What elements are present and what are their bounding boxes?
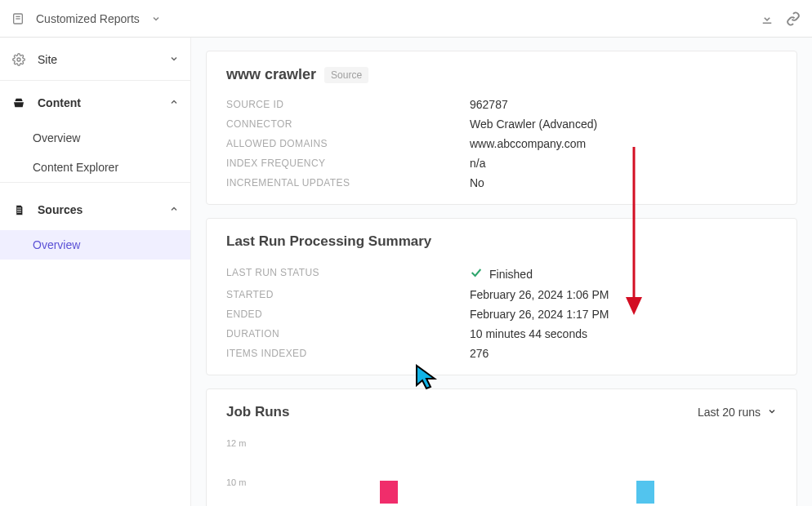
kv-value: February 26, 2024 1:17 PM [470,308,609,321]
topbar: Customized Reports [0,0,812,38]
kv-value: 10 minutes 44 seconds [470,327,587,340]
kv-label: Index Frequency [226,157,470,170]
check-icon [470,266,483,282]
job-runs-card: Job Runs Last 20 runs 12 m 10 m [206,388,797,506]
chevron-up-icon [169,95,179,110]
sidebar-label: Content [38,96,81,109]
kv-value: 276 [470,347,489,360]
kv-label: Started [226,288,470,301]
kv-started: Started February 26, 2024 1:06 PM [226,288,777,301]
sidebar-subitem-sources-overview[interactable]: Overview [0,230,190,260]
kv-label: Ended [226,308,470,321]
chart-bar-b [636,481,654,504]
kv-label: Source ID [226,98,470,111]
kv-value: 962787 [470,98,508,111]
kv-incremental-updates: Incremental Updates No [226,176,777,189]
download-icon[interactable] [760,11,774,26]
kv-label: Items Indexed [226,347,470,360]
svg-point-4 [17,58,20,61]
gear-icon [11,53,26,66]
source-badge: Source [324,67,368,83]
kv-index-frequency: Index Frequency n/a [226,157,777,170]
topbar-title: Customized Reports [36,12,140,25]
kv-connector: Connector Web Crawler (Advanced) [226,118,777,131]
kv-value: February 26, 2024 1:06 PM [470,288,609,301]
dropdown-label: Last 20 runs [698,406,761,419]
kv-items-indexed: Items Indexed 276 [226,347,777,360]
sidebar-label: Sources [38,203,83,216]
chevron-up-icon [169,202,179,217]
kv-duration: Duration 10 minutes 44 seconds [226,327,777,340]
chevron-down-icon [767,406,777,419]
chart-bar-a [380,481,398,504]
sidebar-label: Site [38,53,57,66]
kv-ended: Ended February 26, 2024 1:17 PM [226,308,777,321]
kv-label: Duration [226,327,470,340]
link-icon[interactable] [786,11,801,26]
job-runs-chart: 12 m 10 m [226,438,777,504]
sidebar-subitem-content-explorer[interactable]: Content Explorer [0,153,190,182]
sidebar-item-content[interactable]: Content [0,81,190,123]
kv-label: Allowed Domains [226,137,470,150]
last-run-title: Last Run Processing Summary [226,233,777,250]
kv-value: Web Crawler (Advanced) [470,118,597,131]
main-content: www crawler Source Source ID 962787 Conn… [191,38,812,506]
reports-icon [11,12,25,25]
sidebar-subitem-overview[interactable]: Overview [0,123,190,153]
kv-value: Finished [470,266,533,282]
last-run-card: Last Run Processing Summary Last Run Sta… [206,218,797,375]
job-runs-title: Job Runs [226,404,289,420]
sidebar-item-site[interactable]: Site [0,38,190,80]
kv-label: Connector [226,118,470,131]
source-title: www crawler [226,66,316,83]
kv-source-id: Source ID 962787 [226,98,777,111]
document-icon [11,204,26,216]
kv-label: Last Run Status [226,266,470,282]
kv-status: Last Run Status Finished [226,266,777,282]
runs-dropdown[interactable]: Last 20 runs [698,406,777,419]
sidebar-item-sources[interactable]: Sources [0,183,190,230]
y-tick-10: 10 m [226,477,246,487]
kv-value: n/a [470,157,485,170]
chevron-down-icon [169,52,179,67]
sidebar: Site Content Overview Content Explorer [0,38,191,506]
kv-label: Incremental Updates [226,176,470,189]
status-text: Finished [489,268,533,281]
svg-rect-3 [763,22,772,24]
basket-icon [11,96,26,109]
y-tick-12: 12 m [226,438,246,448]
kv-allowed-domains: Allowed Domains www.abccompany.com [226,137,777,150]
source-card: www crawler Source Source ID 962787 Conn… [206,51,797,205]
kv-value: No [470,176,484,189]
kv-value: www.abccompany.com [470,137,586,150]
chevron-down-icon[interactable] [151,14,161,24]
